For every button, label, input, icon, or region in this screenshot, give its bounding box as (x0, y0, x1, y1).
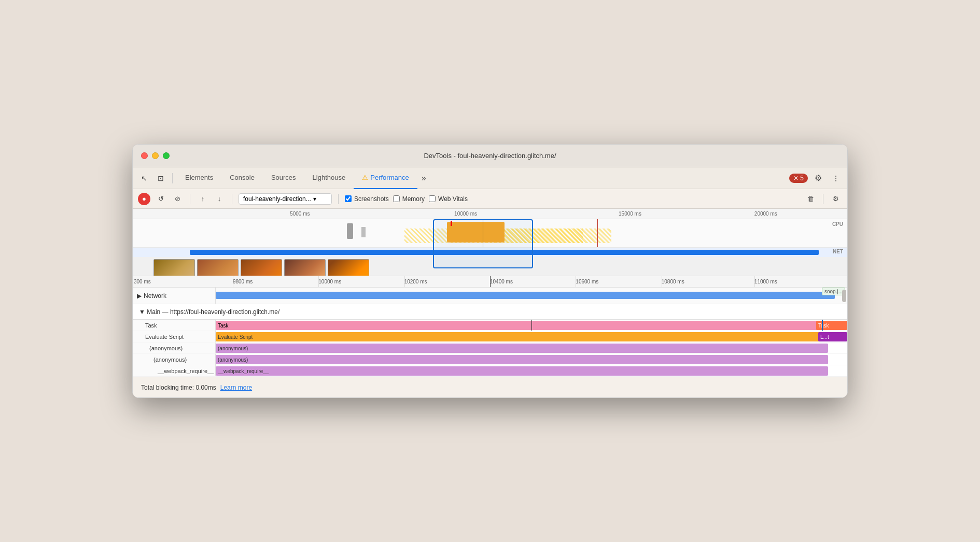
error-x-icon: ✕ (793, 175, 799, 182)
devtools-window: DevTools - foul-heavenly-direction.glitc… (132, 144, 848, 398)
time-mark-20000: 20000 ms (754, 211, 777, 217)
tab-lighthouse[interactable]: Lighthouse (304, 167, 354, 189)
overview-ruler: 5000 ms 10000 ms 15000 ms 20000 ms (133, 209, 847, 219)
error-badge[interactable]: ✕ 5 (789, 174, 808, 183)
reload-record-button[interactable]: ↺ (155, 193, 167, 205)
flame-content-evaluate: Evaluate Script L...t (216, 331, 847, 342)
web-vitals-checkbox-input[interactable] (429, 195, 436, 202)
perf-settings-icon[interactable]: ⚙ (830, 193, 842, 205)
flame-label-webpack: __webpack_require__ (133, 365, 216, 376)
network-content: soop.j... (216, 288, 847, 304)
status-bar: Total blocking time: 0.00ms Learn more (133, 377, 847, 397)
screenshot-4[interactable] (284, 259, 326, 277)
web-vitals-checkbox[interactable]: Web Vitals (429, 195, 468, 203)
flame-row-task: Task Task Task (133, 320, 847, 331)
trash-icon[interactable]: 🗑 (804, 193, 817, 205)
memory-checkbox[interactable]: Memory (393, 195, 425, 203)
toolbar-separator (172, 173, 173, 183)
tab-performance[interactable]: ⚠ Performance (354, 167, 417, 189)
screenshot-2[interactable] (197, 259, 239, 277)
net-label: NET (833, 249, 843, 254)
time-mark-15000: 15000 ms (619, 211, 641, 217)
upload-button[interactable]: ↑ (197, 193, 209, 205)
main-thread-header: ▼ Main — https://foul-heavenly-direction… (133, 304, 847, 320)
download-button[interactable]: ↓ (213, 193, 226, 205)
time-detail-10800: 10800 ms (662, 279, 684, 284)
cpu-hatch-2 (505, 229, 612, 243)
tab-console[interactable]: Console (221, 167, 263, 189)
screenshots-strip (133, 257, 847, 276)
tbt-label: Total blocking time: 0.00ms (141, 384, 216, 391)
network-expand-icon[interactable]: ▶ (137, 292, 142, 299)
perf-sep2 (232, 194, 232, 204)
cpu-spike-1 (347, 223, 353, 239)
perf-sep4 (823, 194, 823, 204)
record-button[interactable]: ● (138, 193, 150, 205)
detail-ruler: 300 ms 9800 ms 10000 ms 10200 ms 10400 m… (133, 276, 847, 288)
clear-button[interactable]: ⊘ (171, 193, 184, 205)
tab-elements[interactable]: Elements (177, 167, 221, 189)
screenshot-5[interactable] (328, 259, 369, 277)
flame-content-anon1: (anonymous) (216, 343, 847, 353)
time-mark-10000: 10000 ms (454, 211, 477, 217)
more-menu-icon[interactable]: ⋮ (829, 171, 843, 186)
ruler-line-0 (133, 276, 133, 287)
cpu-red-marker (451, 221, 452, 226)
flame-content-task: Task Task (216, 320, 847, 331)
time-mark-5000: 5000 ms (290, 211, 310, 217)
screenshot-1[interactable] (153, 259, 195, 277)
time-detail-9800: 9800 ms (233, 279, 253, 284)
flame-row-evaluate: Evaluate Script Evaluate Script L...t (133, 331, 847, 343)
tracks-area: ▶ Network soop.j... ▼ Main — https://fou… (133, 288, 847, 377)
tab-bar: Elements Console Sources Lighthouse ⚠ Pe… (177, 167, 787, 189)
task-bar[interactable]: Task (216, 321, 828, 330)
close-button[interactable] (141, 152, 148, 159)
task-bar-right[interactable]: Task (816, 321, 847, 330)
flame-content-webpack: __webpack_require__ (216, 365, 847, 376)
net-bar (190, 250, 819, 255)
perf-sep3 (338, 194, 339, 204)
maximize-button[interactable] (163, 152, 170, 159)
flame-row-webpack: __webpack_require__ __webpack_require__ (133, 365, 847, 377)
time-detail-10200: 10200 ms (404, 279, 427, 284)
net-track: NET (133, 248, 847, 257)
screenshots-checkbox[interactable]: Screenshots (345, 195, 389, 203)
time-detail-300: 300 ms (134, 279, 151, 284)
cursor-icon[interactable]: ↖ (137, 171, 151, 186)
title-bar: DevTools - foul-heavenly-direction.glitc… (133, 145, 847, 167)
webpack-bar[interactable]: __webpack_require__ (216, 366, 828, 376)
screenshot-3[interactable] (241, 259, 282, 277)
layers-icon[interactable]: ⊡ (153, 171, 168, 186)
evaluate-bar[interactable]: Evaluate Script (216, 332, 828, 341)
network-label: ▶ Network (133, 288, 216, 304)
dropdown-icon: ▾ (313, 195, 316, 203)
flame-row-anon1: (anonymous) (anonymous) (133, 343, 847, 354)
window-title: DevTools - foul-heavenly-direction.glitc… (424, 152, 556, 160)
cpu-peak (447, 222, 504, 243)
url-selector[interactable]: foul-heavenly-direction... ▾ (239, 193, 332, 205)
screenshots-checkbox-input[interactable] (345, 195, 352, 202)
evaluate-bar-right[interactable]: L...t (818, 332, 847, 341)
overview-panel: 5000 ms 10000 ms 15000 ms 20000 ms CPU N… (133, 209, 847, 276)
cpu-track: CPU (133, 219, 847, 248)
time-detail-10600: 10600 ms (576, 279, 598, 284)
network-scrollbar[interactable] (842, 290, 846, 302)
toolbar: ↖ ⊡ Elements Console Sources Lighthouse … (133, 167, 847, 189)
perf-sep1 (190, 194, 190, 204)
time-detail-11000: 11000 ms (754, 279, 777, 284)
anon1-bar[interactable]: (anonymous) (216, 344, 828, 353)
settings-icon[interactable]: ⚙ (811, 171, 825, 186)
time-detail-10000: 10000 ms (318, 279, 341, 284)
minimize-button[interactable] (152, 152, 159, 159)
tab-more[interactable]: » (417, 167, 430, 189)
toolbar-right: ✕ 5 ⚙ ⋮ (789, 171, 843, 186)
flame-label-task: Task (133, 320, 216, 331)
cpu-spike-2 (361, 227, 366, 237)
tab-sources[interactable]: Sources (263, 167, 304, 189)
anon2-bar[interactable]: (anonymous) (216, 355, 828, 364)
flame-label-anon1: (anonymous) (133, 343, 216, 353)
learn-more-link[interactable]: Learn more (220, 384, 252, 391)
memory-checkbox-input[interactable] (393, 195, 400, 202)
cpu-label: CPU (832, 221, 843, 227)
warning-icon: ⚠ (362, 174, 368, 181)
